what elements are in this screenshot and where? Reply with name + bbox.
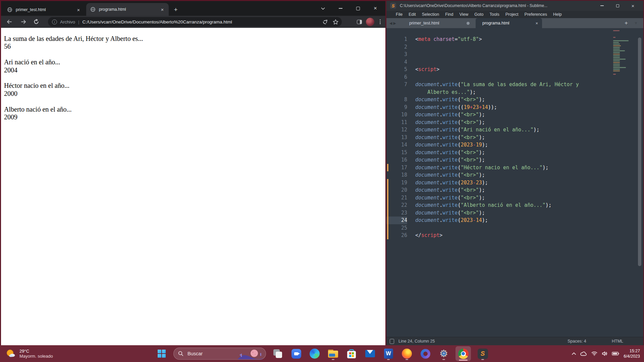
- chat-button[interactable]: [289, 347, 303, 360]
- code-line-16[interactable]: 16document.write("<br>");: [386, 156, 643, 164]
- new-file-button[interactable]: +: [625, 18, 628, 28]
- menu-tools[interactable]: Tools: [486, 12, 502, 17]
- code-line-24[interactable]: 24document.write(2023-14);: [386, 217, 643, 224]
- code-line-17[interactable]: 17document.write("Héctor nacio en el año…: [386, 164, 643, 172]
- sublime-icon: S: [478, 349, 488, 359]
- browser-menu-icon[interactable]: [378, 18, 382, 25]
- browser-window: primer_test.html × programa.html × +: [0, 0, 386, 345]
- code-line-15[interactable]: 15document.write("<br>");: [386, 149, 643, 157]
- code-line-9[interactable]: 9document.write((19+23+14));: [386, 104, 643, 111]
- menu-preferences[interactable]: Preferences: [522, 12, 550, 17]
- menu-selection[interactable]: Selection: [419, 12, 442, 17]
- address-bar[interactable]: i Archivo | C:/Users/vcarr/OneDrive/Docu…: [48, 17, 342, 26]
- new-tab-button[interactable]: +: [171, 5, 180, 14]
- line-number: 10: [386, 111, 407, 119]
- code-line-13[interactable]: 13document.write("<br>");: [386, 134, 643, 141]
- code-line-25[interactable]: 25: [386, 224, 643, 232]
- tab-next-icon[interactable]: ▶: [393, 21, 396, 25]
- modified-line-marker: [387, 201, 388, 209]
- tab-close-icon[interactable]: ×: [535, 21, 538, 26]
- menu-goto[interactable]: Goto: [471, 12, 486, 17]
- word-button[interactable]: W: [382, 347, 395, 360]
- mail-button[interactable]: [363, 347, 377, 360]
- office-button[interactable]: [419, 347, 432, 360]
- edge-button[interactable]: [308, 347, 321, 360]
- page-info-icon[interactable]: i: [52, 19, 57, 24]
- code-line-26[interactable]: 26</script>: [386, 232, 643, 239]
- menu-view[interactable]: View: [456, 12, 471, 17]
- sublime-button[interactable]: S: [476, 347, 489, 360]
- syntax-setting[interactable]: HTML: [612, 339, 623, 344]
- search-box[interactable]: Buscar: [173, 348, 266, 360]
- volume-icon[interactable]: [602, 351, 607, 356]
- hidden-icons-chevron[interactable]: [572, 352, 576, 355]
- browser-maximize-button[interactable]: [349, 1, 367, 16]
- forward-button[interactable]: [18, 17, 29, 27]
- sublime-minimize-button[interactable]: [594, 1, 610, 11]
- task-view-button[interactable]: [271, 347, 284, 360]
- tab-search-chevron-icon[interactable]: [314, 1, 332, 16]
- menu-help[interactable]: Help: [550, 12, 565, 17]
- code-line-22[interactable]: 22document.write("Alberto nació en el añ…: [386, 201, 643, 209]
- code-line-10[interactable]: 10document.write("<br>");: [386, 111, 643, 119]
- menu-edit[interactable]: Edit: [406, 12, 419, 17]
- tab-prev-icon[interactable]: ◀: [389, 21, 392, 25]
- share-icon[interactable]: [322, 19, 328, 25]
- menu-project[interactable]: Project: [502, 12, 522, 17]
- menu-file[interactable]: File: [393, 12, 406, 17]
- code-editor[interactable]: 1<meta charset="utf-8">2345<script>67doc…: [386, 28, 643, 337]
- sublime-maximize-button[interactable]: [610, 1, 625, 11]
- code-line-8[interactable]: 8document.write("<br>");: [386, 96, 643, 104]
- code-line-4[interactable]: 4: [386, 58, 643, 66]
- url-divider: |: [78, 19, 79, 24]
- code-line-2[interactable]: 2: [386, 43, 643, 51]
- tab-close-icon[interactable]: ×: [159, 6, 165, 12]
- indentation-setting[interactable]: Spaces: 4: [568, 339, 586, 344]
- browser-close-button[interactable]: ×: [367, 1, 384, 16]
- battery-icon[interactable]: [612, 352, 619, 356]
- code-line-7[interactable]: 7document.write("La suma de las edades d…: [386, 81, 643, 96]
- browser-tab-programa[interactable]: programa.html ×: [86, 3, 169, 16]
- tab-overflow-icon[interactable]: ▼: [634, 18, 638, 28]
- line-number: 13: [386, 134, 407, 141]
- code-line-5[interactable]: 5<script>: [386, 66, 643, 73]
- code-line-14[interactable]: 14document.write(2023-19);: [386, 141, 643, 149]
- editor-scrollbar[interactable]: [638, 38, 641, 266]
- weather-widget[interactable]: 29°C Mayorm. soleado: [5, 345, 53, 362]
- firefox-button[interactable]: [400, 347, 414, 360]
- code-line-3[interactable]: 3: [386, 51, 643, 58]
- status-panel-icon[interactable]: [390, 339, 394, 344]
- menu-find[interactable]: Find: [442, 12, 456, 17]
- code-line-19[interactable]: 19document.write(2023-23);: [386, 179, 643, 187]
- code-line-23[interactable]: 23document.write("<br>");: [386, 209, 643, 217]
- code-line-21[interactable]: 21document.write("<br>");: [386, 194, 643, 202]
- sublime-close-button[interactable]: ×: [625, 1, 641, 11]
- back-button[interactable]: [4, 17, 14, 27]
- code-line-11[interactable]: 11document.write("<br>");: [386, 119, 643, 126]
- url-text[interactable]: C:/Users/vcarr/OneDrive/Documentos/Alber…: [82, 19, 232, 24]
- wifi-icon[interactable]: [591, 351, 597, 356]
- code-line-6[interactable]: 6: [386, 73, 643, 81]
- code-line-18[interactable]: 18document.write("<br>");: [386, 171, 643, 179]
- chrome-button[interactable]: [455, 346, 471, 361]
- sublime-tab-primer-test[interactable]: primer_test.html: [399, 18, 475, 28]
- start-button[interactable]: [155, 347, 168, 360]
- modified-line-marker: [387, 224, 388, 232]
- sublime-tab-programa[interactable]: programa.html ×: [476, 18, 542, 28]
- microsoft-store-button[interactable]: [345, 347, 358, 360]
- code-line-12[interactable]: 12document.write("Ari nació en el año...…: [386, 126, 643, 134]
- side-panel-icon[interactable]: [357, 20, 362, 24]
- file-explorer-button[interactable]: [326, 347, 340, 360]
- clock-widget[interactable]: 15:27 6/4/2023: [624, 348, 640, 359]
- browser-tab-primer-test[interactable]: primer_test.html ×: [3, 4, 85, 16]
- code-line-20[interactable]: 20document.write("<br>");: [386, 186, 643, 194]
- onedrive-cloud-icon[interactable]: [580, 351, 587, 356]
- settings-button[interactable]: ⚙: [437, 347, 450, 360]
- code-line-1[interactable]: 1<meta charset="utf-8">: [386, 36, 643, 43]
- browser-minimize-button[interactable]: [332, 1, 349, 16]
- bookmark-star-icon[interactable]: [333, 19, 338, 25]
- reload-button[interactable]: [31, 17, 41, 27]
- minimap[interactable]: [613, 30, 634, 75]
- profile-avatar[interactable]: [366, 18, 374, 26]
- tab-close-icon[interactable]: ×: [75, 7, 82, 13]
